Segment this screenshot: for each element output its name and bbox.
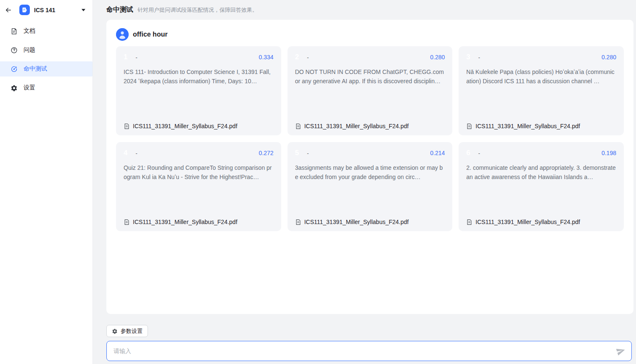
sidebar-item-label: 命中测试 bbox=[24, 65, 47, 73]
card-head: 3 - 0.280 bbox=[466, 53, 616, 61]
result-snippet: Nā Kulekele Papa (class policies) Hoʻoka… bbox=[466, 67, 616, 86]
sidebar-item-label: 文档 bbox=[24, 27, 35, 35]
send-icon[interactable] bbox=[615, 345, 627, 357]
result-snippet: 3assignments may be allowed a time exten… bbox=[295, 163, 445, 182]
card-head: 6 - 0.198 bbox=[466, 149, 616, 157]
result-file-name: ICS111_31391_Miller_Syllabus_F24.pdf bbox=[475, 123, 580, 129]
result-dash: - bbox=[135, 54, 137, 61]
result-card-2[interactable]: 2 - 0.280 DO NOT TURN IN CODE FROM ChatG… bbox=[288, 46, 453, 135]
result-snippet: DO NOT TURN IN CODE FROM ChatGPT, CHEGG.… bbox=[295, 67, 445, 86]
result-rank: 6 bbox=[466, 149, 470, 157]
query-composer bbox=[106, 341, 632, 361]
page-subtitle: 针对用户提问调试段落匹配情况，保障回答效果。 bbox=[137, 6, 258, 14]
result-dash: - bbox=[478, 54, 480, 61]
result-card-1[interactable]: 1 - 0.334 ICS 111- Introduction to Compu… bbox=[116, 46, 281, 135]
file-icon bbox=[124, 123, 130, 129]
document-icon bbox=[11, 28, 18, 35]
file-icon bbox=[466, 219, 472, 225]
result-dash: - bbox=[135, 150, 137, 156]
card-head: 4 - 0.272 bbox=[124, 149, 274, 157]
page-title: 命中测试 bbox=[106, 5, 133, 14]
sidebar: ICS 141 文档 问题 命中测试 设置 bbox=[0, 0, 93, 364]
card-head: 2 - 0.280 bbox=[295, 53, 445, 61]
result-score: 0.280 bbox=[602, 54, 616, 61]
result-snippet: 2. communicate clearly and appropriately… bbox=[466, 163, 616, 182]
result-rank: 5 bbox=[295, 149, 299, 157]
result-file-name: ICS111_31391_Miller_Syllabus_F24.pdf bbox=[304, 123, 409, 129]
result-file[interactable]: ICS111_31391_Miller_Syllabus_F24.pdf bbox=[124, 219, 274, 225]
user-avatar-icon bbox=[116, 28, 129, 41]
query-row: office hour bbox=[116, 28, 624, 41]
card-head: 5 - 0.214 bbox=[295, 149, 445, 157]
result-file[interactable]: ICS111_31391_Miller_Syllabus_F24.pdf bbox=[124, 123, 274, 129]
param-settings-label: 参数设置 bbox=[121, 327, 143, 335]
result-card-5[interactable]: 5 - 0.214 3assignments may be allowed a … bbox=[288, 142, 453, 231]
result-dash: - bbox=[307, 54, 309, 61]
query-text: office hour bbox=[133, 31, 168, 38]
result-score: 0.198 bbox=[602, 150, 616, 156]
result-rank: 2 bbox=[295, 53, 299, 61]
footer-bar: 参数设置 bbox=[93, 314, 636, 364]
chevron-down-icon bbox=[81, 8, 86, 12]
result-file[interactable]: ICS111_31391_Miller_Syllabus_F24.pdf bbox=[466, 123, 616, 129]
results-panel: office hour 1 - 0.334 ICS 111- Introduct… bbox=[106, 20, 633, 314]
param-settings-button[interactable]: 参数设置 bbox=[106, 325, 148, 337]
result-rank: 4 bbox=[124, 149, 127, 157]
result-score: 0.272 bbox=[259, 150, 274, 156]
gear-icon bbox=[112, 328, 118, 334]
result-dash: - bbox=[478, 150, 480, 156]
workspace-name: ICS 141 bbox=[34, 7, 55, 13]
sidebar-item-settings[interactable]: 设置 bbox=[0, 80, 92, 95]
gear-icon bbox=[11, 84, 18, 92]
workspace-logo-icon bbox=[19, 5, 30, 15]
result-file[interactable]: ICS111_31391_Miller_Syllabus_F24.pdf bbox=[295, 219, 445, 225]
file-icon bbox=[295, 123, 301, 129]
query-input[interactable] bbox=[113, 341, 616, 361]
result-file-name: ICS111_31391_Miller_Syllabus_F24.pdf bbox=[304, 219, 409, 225]
result-score: 0.334 bbox=[259, 54, 274, 61]
sidebar-item-questions[interactable]: 问题 bbox=[0, 42, 92, 58]
result-file-name: ICS111_31391_Miller_Syllabus_F24.pdf bbox=[133, 219, 238, 225]
result-cards-grid: 1 - 0.334 ICS 111- Introduction to Compu… bbox=[116, 46, 624, 231]
result-card-3[interactable]: 3 - 0.280 Nā Kulekele Papa (class polici… bbox=[459, 46, 624, 135]
file-icon bbox=[295, 219, 301, 225]
file-icon bbox=[466, 123, 472, 129]
sidebar-item-documents[interactable]: 文档 bbox=[0, 24, 92, 39]
result-snippet: ICS 111- Introduction to Computer Scienc… bbox=[124, 67, 274, 86]
result-card-6[interactable]: 6 - 0.198 2. communicate clearly and app… bbox=[459, 142, 624, 231]
result-dash: - bbox=[307, 150, 309, 156]
back-arrow-icon bbox=[5, 6, 12, 14]
result-file[interactable]: ICS111_31391_Miller_Syllabus_F24.pdf bbox=[295, 123, 445, 129]
result-rank: 1 bbox=[124, 53, 127, 61]
result-snippet: Quiz 21: Rounding and CompareTo String c… bbox=[124, 163, 274, 182]
sidebar-item-label: 设置 bbox=[24, 84, 35, 92]
result-file-name: ICS111_31391_Miller_Syllabus_F24.pdf bbox=[133, 123, 238, 129]
result-card-4[interactable]: 4 - 0.272 Quiz 21: Rounding and CompareT… bbox=[116, 142, 281, 231]
sidebar-item-label: 问题 bbox=[24, 46, 35, 54]
main-area: 命中测试 针对用户提问调试段落匹配情况，保障回答效果。 office hour … bbox=[93, 0, 636, 364]
back-button[interactable] bbox=[3, 5, 13, 15]
result-score: 0.214 bbox=[430, 150, 445, 156]
result-file[interactable]: ICS111_31391_Miller_Syllabus_F24.pdf bbox=[466, 219, 616, 225]
sidebar-item-hit-test[interactable]: 命中测试 bbox=[0, 61, 92, 76]
card-head: 1 - 0.334 bbox=[124, 53, 274, 61]
result-score: 0.280 bbox=[430, 54, 445, 61]
result-rank: 3 bbox=[466, 53, 470, 61]
sidebar-nav: 文档 问题 命中测试 设置 bbox=[0, 20, 92, 99]
workspace-switcher[interactable] bbox=[79, 7, 87, 13]
file-icon bbox=[124, 219, 130, 225]
sidebar-header: ICS 141 bbox=[0, 0, 92, 20]
target-icon bbox=[11, 66, 18, 73]
page-header: 命中测试 针对用户提问调试段落匹配情况，保障回答效果。 bbox=[93, 0, 636, 20]
result-file-name: ICS111_31391_Miller_Syllabus_F24.pdf bbox=[475, 219, 580, 225]
question-icon bbox=[11, 47, 18, 54]
